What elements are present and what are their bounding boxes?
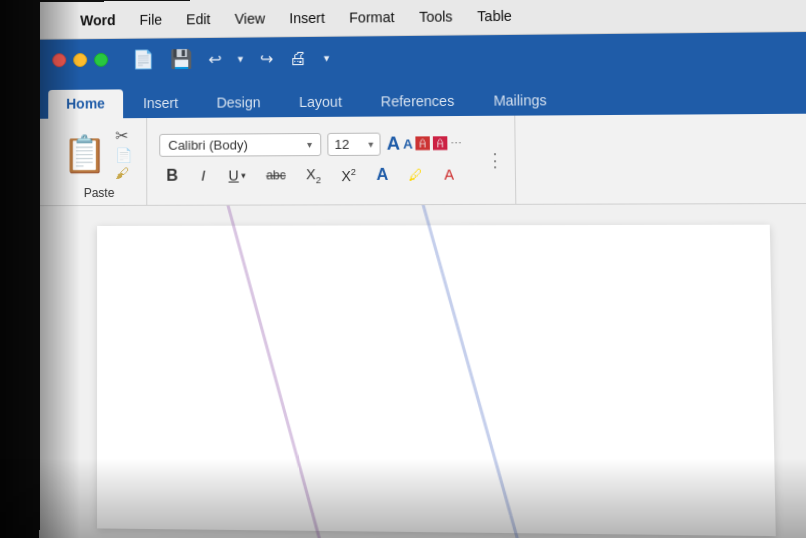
font-size-icons: A A 🅰 🅰 ⋯	[387, 133, 463, 155]
undo-icon-btn[interactable]: ↩	[204, 47, 225, 70]
menu-table[interactable]: Table	[473, 5, 516, 26]
customize-icon-btn[interactable]: ▾	[320, 49, 334, 66]
increase-font-size-icon[interactable]: A	[387, 133, 401, 154]
more-ribbon-group: ⋮	[474, 115, 516, 204]
menu-tools[interactable]: Tools	[415, 6, 457, 26]
text-effects-icon[interactable]: 🅰	[433, 135, 448, 151]
menu-word[interactable]: Word	[76, 10, 119, 30]
close-button[interactable]	[52, 53, 66, 67]
paste-group: 📋 ✂ 📄 🖌 Paste	[52, 118, 147, 205]
clear-format-icon[interactable]: 🅰	[416, 135, 431, 151]
font-row2: B I U ▾ abc X2 X2	[159, 161, 462, 189]
menu-file[interactable]: File	[136, 9, 167, 29]
menu-view[interactable]: View	[231, 8, 270, 28]
menu-edit[interactable]: Edit	[182, 9, 214, 29]
document-body	[40, 204, 806, 538]
traffic-lights	[52, 53, 108, 67]
superscript-button[interactable]: X2	[334, 163, 363, 188]
clipboard-icon: 📋	[62, 136, 107, 172]
tab-insert[interactable]: Insert	[125, 89, 196, 118]
font-name-dropdown[interactable]: Calibri (Body) ▾	[159, 133, 321, 157]
italic-button[interactable]: I	[191, 163, 215, 188]
font-size-dropdown[interactable]: 12 ▾	[327, 132, 380, 155]
quick-access-toolbar: 📄 💾 ↩ ▾ ↪ 🖨 ▾	[128, 45, 334, 73]
underline-button[interactable]: U ▾	[221, 163, 253, 187]
decrease-font-size-icon[interactable]: A	[403, 136, 413, 151]
menu-insert[interactable]: Insert	[285, 7, 329, 27]
clipboard-small-icons: ✂ 📄 🖌	[111, 124, 136, 184]
format-painter-icon[interactable]: 🖌	[115, 165, 132, 179]
redo-icon-btn[interactable]: ↪	[256, 47, 277, 70]
tab-home[interactable]: Home	[48, 89, 123, 118]
document-icon-btn[interactable]: 📄	[128, 46, 158, 72]
highlight-color-button[interactable]: 🖊	[402, 163, 431, 187]
subscript-button[interactable]: X2	[299, 162, 328, 189]
save-icon-btn[interactable]: 💾	[166, 46, 196, 72]
font-dropdown-arrow: ▾	[307, 139, 312, 150]
strikethrough-button[interactable]: abc	[259, 164, 293, 186]
font-group: Calibri (Body) ▾ 12 ▾ A A 🅰 🅰 ⋯	[151, 126, 471, 196]
more-ribbon-icon: ⋮	[485, 149, 504, 171]
tab-references[interactable]: References	[362, 87, 473, 117]
tab-layout[interactable]: Layout	[281, 88, 361, 118]
more-options-icon[interactable]: ⋯	[451, 137, 462, 150]
tab-design[interactable]: Design	[198, 88, 279, 118]
cut-icon[interactable]: ✂	[115, 128, 132, 144]
font-color-button[interactable]: A	[369, 162, 395, 188]
copy-icon[interactable]: 📄	[115, 148, 132, 162]
word-ui: Word File Edit View Insert Format Tools …	[40, 0, 806, 538]
paste-label[interactable]: Paste	[84, 185, 115, 199]
minimize-button[interactable]	[73, 53, 87, 67]
font-color-red-button[interactable]: A	[437, 162, 462, 186]
undo-dropdown-btn[interactable]: ▾	[234, 50, 248, 67]
paste-icon-area: 📋 ✂ 📄 🖌	[62, 124, 136, 184]
maximize-button[interactable]	[94, 53, 108, 67]
ribbon-tabs: Home Insert Design Layout References Mai…	[40, 75, 806, 119]
font-size-value: 12	[334, 136, 349, 151]
screen-container: Word File Edit View Insert Format Tools …	[0, 0, 806, 538]
print-icon-btn[interactable]: 🖨	[285, 45, 312, 70]
size-dropdown-arrow: ▾	[368, 138, 373, 149]
ribbon-toolbar: 📋 ✂ 📄 🖌 Paste Calibri (Body) ▾	[40, 114, 806, 207]
menu-format[interactable]: Format	[345, 7, 399, 28]
document-page[interactable]	[97, 225, 775, 536]
bold-button[interactable]: B	[159, 163, 185, 189]
font-row1: Calibri (Body) ▾ 12 ▾ A A 🅰 🅰 ⋯	[159, 132, 462, 157]
underline-dropdown[interactable]: ▾	[241, 170, 246, 180]
title-bar: 📄 💾 ↩ ▾ ↪ 🖨 ▾	[40, 32, 806, 81]
tab-mailings[interactable]: Mailings	[475, 86, 566, 116]
font-name-value: Calibri (Body)	[168, 137, 248, 152]
